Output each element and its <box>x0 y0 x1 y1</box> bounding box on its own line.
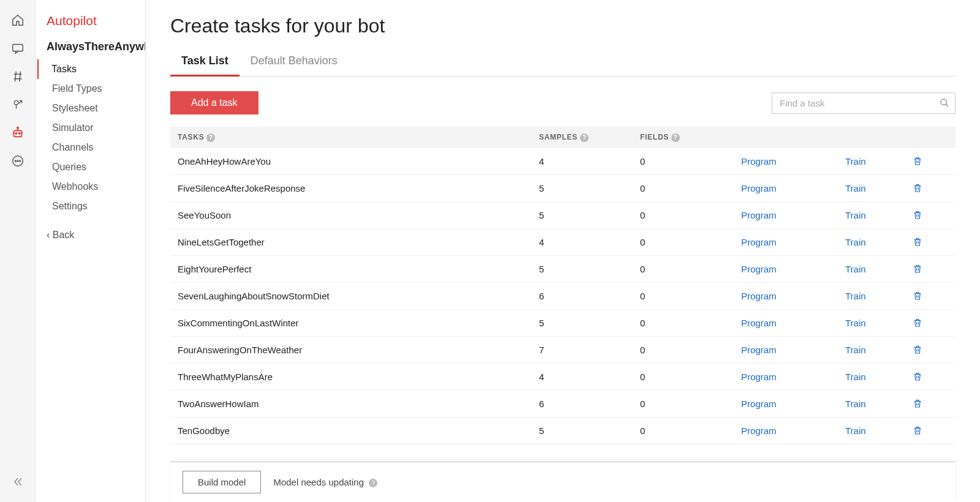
task-name[interactable]: EightYourePerfect <box>178 264 539 274</box>
task-samples: 4 <box>539 156 640 167</box>
program-link[interactable]: Program <box>741 425 777 436</box>
task-samples: 7 <box>539 345 640 355</box>
program-link[interactable]: Program <box>741 183 777 193</box>
back-link[interactable]: ‹ Back <box>36 216 145 254</box>
task-name[interactable]: SixCommentingOnLastWinter <box>178 318 539 328</box>
program-link[interactable]: Program <box>741 264 777 274</box>
table-row: SevenLaughingAboutSnowStormDiet60Program… <box>170 283 956 310</box>
trash-icon[interactable] <box>913 399 937 408</box>
program-link[interactable]: Program <box>741 318 777 328</box>
task-name[interactable]: SevenLaughingAboutSnowStormDiet <box>178 291 539 301</box>
task-fields: 0 <box>640 210 741 220</box>
side-nav: Autopilot AlwaysThereAnywh TasksField Ty… <box>36 0 146 502</box>
help-icon[interactable]: ? <box>580 133 589 142</box>
train-link[interactable]: Train <box>845 425 866 436</box>
help-icon[interactable]: ? <box>671 133 680 142</box>
hash-icon[interactable] <box>5 64 31 89</box>
trash-icon[interactable] <box>913 291 937 301</box>
trash-icon[interactable] <box>913 345 937 354</box>
task-samples: 4 <box>539 237 640 247</box>
train-link[interactable]: Train <box>845 345 866 355</box>
more-icon[interactable] <box>5 148 31 174</box>
task-samples: 6 <box>539 291 640 301</box>
task-fields: 0 <box>640 156 741 167</box>
program-link[interactable]: Program <box>741 210 777 220</box>
tasks-header: TASKS <box>178 133 204 141</box>
trash-icon[interactable] <box>913 237 937 247</box>
train-link[interactable]: Train <box>845 372 866 382</box>
pin-icon[interactable] <box>5 92 31 118</box>
train-link[interactable]: Train <box>845 210 866 220</box>
task-samples: 6 <box>539 399 640 409</box>
table-row: ThreeWhatMyPlansAre40ProgramTrain <box>170 364 956 391</box>
home-icon[interactable] <box>5 7 31 33</box>
task-samples: 5 <box>539 264 640 274</box>
nav-item-webhooks[interactable]: Webhooks <box>36 177 145 197</box>
train-link[interactable]: Train <box>845 183 866 193</box>
table-row: EightYourePerfect50ProgramTrain <box>170 256 956 283</box>
robot-icon[interactable] <box>5 120 31 146</box>
trash-icon[interactable] <box>913 156 937 166</box>
program-link[interactable]: Program <box>741 345 777 355</box>
task-name[interactable]: NineLetsGetTogether <box>178 237 539 247</box>
task-name[interactable]: OneAhHeyHowAreYou <box>178 156 539 167</box>
nav-item-channels[interactable]: Channels <box>36 138 145 157</box>
table-row: TenGoodbye50ProgramTrain <box>170 418 956 444</box>
chat-icon[interactable] <box>5 36 31 61</box>
svg-point-8 <box>17 160 18 162</box>
task-name[interactable]: FiveSilenceAfterJokeResponse <box>178 183 539 193</box>
help-icon[interactable]: ? <box>369 479 377 487</box>
trash-icon[interactable] <box>913 425 937 435</box>
trash-icon[interactable] <box>913 372 937 381</box>
search-input[interactable] <box>772 92 956 114</box>
train-link[interactable]: Train <box>845 399 866 409</box>
tabs: Task ListDefault Behaviors <box>170 54 956 77</box>
tab-default-behaviors[interactable]: Default Behaviors <box>239 54 349 76</box>
task-name[interactable]: SeeYouSoon <box>178 210 539 220</box>
nav-item-field-types[interactable]: Field Types <box>36 79 145 99</box>
trash-icon[interactable] <box>913 183 937 193</box>
task-name[interactable]: TenGoodbye <box>178 425 539 436</box>
task-samples: 5 <box>539 425 640 436</box>
task-fields: 0 <box>640 183 741 193</box>
program-link[interactable]: Program <box>741 291 777 301</box>
train-link[interactable]: Train <box>845 156 866 167</box>
nav-item-stylesheet[interactable]: Stylesheet <box>36 99 145 118</box>
train-link[interactable]: Train <box>845 291 866 301</box>
program-link[interactable]: Program <box>741 399 777 409</box>
build-model-button[interactable]: Build model <box>183 471 261 493</box>
tasks-table: TASKS? SAMPLES? FIELDS? OneAhHeyHowAreYo… <box>170 127 956 444</box>
table-row: FourAnsweringOnTheWeather70ProgramTrain <box>170 337 956 364</box>
task-name[interactable]: ThreeWhatMyPlansAre <box>178 372 539 382</box>
svg-point-5 <box>18 133 20 134</box>
nav-item-tasks[interactable]: Tasks <box>37 59 145 79</box>
trash-icon[interactable] <box>913 210 937 220</box>
task-samples: 4 <box>539 372 640 382</box>
task-samples: 5 <box>539 210 640 220</box>
add-task-button[interactable]: Add a task <box>170 91 258 114</box>
page-title: Create tasks for your bot <box>170 15 956 37</box>
help-icon[interactable]: ? <box>206 133 215 142</box>
trash-icon[interactable] <box>913 318 937 328</box>
assistant-name: AlwaysThereAnywh <box>36 40 145 59</box>
svg-point-3 <box>17 127 18 129</box>
task-name[interactable]: FourAnsweringOnTheWeather <box>178 345 539 355</box>
trash-icon[interactable] <box>913 264 937 274</box>
tab-task-list[interactable]: Task List <box>170 54 239 77</box>
collapse-rail-icon[interactable] <box>5 473 31 491</box>
program-link[interactable]: Program <box>741 372 777 382</box>
svg-point-10 <box>941 99 946 105</box>
train-link[interactable]: Train <box>845 318 866 328</box>
samples-header: SAMPLES <box>539 133 578 141</box>
nav-item-queries[interactable]: Queries <box>36 157 145 177</box>
task-fields: 0 <box>640 399 741 409</box>
train-link[interactable]: Train <box>845 237 866 247</box>
search-icon <box>940 98 949 108</box>
program-link[interactable]: Program <box>741 237 777 247</box>
program-link[interactable]: Program <box>741 156 777 167</box>
task-name[interactable]: TwoAnswerHowIam <box>178 399 539 409</box>
nav-item-simulator[interactable]: Simulator <box>36 118 145 138</box>
train-link[interactable]: Train <box>845 264 866 274</box>
task-fields: 0 <box>640 237 741 247</box>
nav-item-settings[interactable]: Settings <box>36 197 145 216</box>
